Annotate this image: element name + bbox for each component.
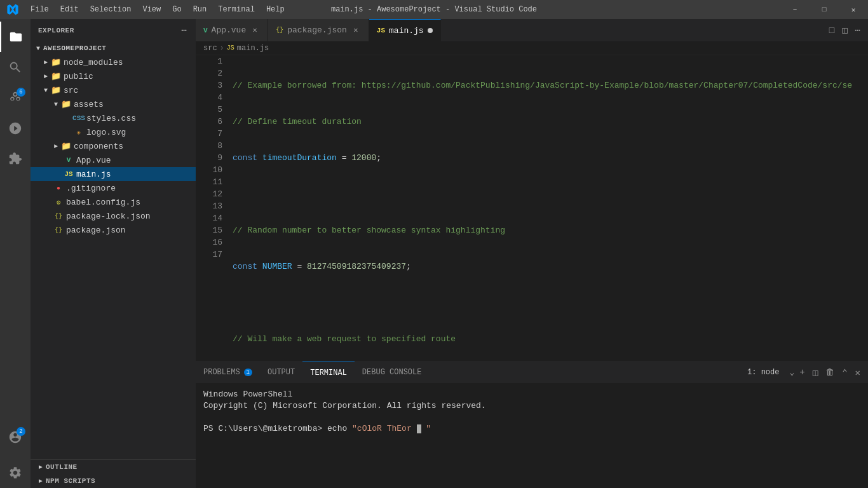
terminal-content[interactable]: Windows PowerShell Copyright (C) Microso…: [196, 384, 868, 488]
activity-bar: 6 2: [0, 19, 31, 488]
tab-debug-console[interactable]: DEBUG CONSOLE: [355, 362, 430, 384]
tree-assets[interactable]: ▼ 📁 assets: [31, 97, 196, 111]
activity-accounts[interactable]: 2: [0, 422, 31, 452]
code-line-2: // Define timeout duration: [233, 116, 863, 128]
chevron-down-icon[interactable]: ⌄: [789, 367, 794, 377]
terminal-instance-label: 1: node: [742, 368, 784, 377]
tree-public[interactable]: ► 📁 public: [31, 69, 196, 83]
tab-package-json-label: package.json: [287, 25, 347, 35]
tab-bar-actions: □ ◫ ⋯: [822, 22, 868, 38]
more-actions-icon[interactable]: ⋯: [853, 22, 863, 38]
tab-problems[interactable]: PROBLEMS 1: [196, 362, 260, 384]
sidebar-header: EXPLORER ⋯: [31, 19, 196, 41]
code-content[interactable]: // Example borrowed from: https://github…: [227, 55, 868, 361]
project-label: AWESOMEPROJECT: [43, 44, 106, 52]
breadcrumb-file[interactable]: main.js: [237, 44, 269, 53]
split-editor-icon[interactable]: ◫: [839, 22, 850, 38]
folder-icon: 📁: [51, 57, 61, 67]
activity-source-control[interactable]: 6: [0, 83, 31, 113]
tab-app-vue-label: App.vue: [212, 25, 247, 35]
folder-icon: 📁: [51, 71, 61, 81]
tree-logo-svg[interactable]: ► ✳ logo.svg: [31, 125, 196, 139]
tree-node-modules[interactable]: ► 📁 node_modules: [31, 55, 196, 69]
outline-section[interactable]: ► OUTLINE: [31, 460, 196, 474]
tree-src[interactable]: ▼ 📁 src: [31, 83, 196, 97]
outline-label: OUTLINE: [46, 463, 78, 471]
maximize-panel-icon[interactable]: ⌃: [839, 365, 850, 381]
code-line-7: [233, 297, 863, 309]
tree-styles-css[interactable]: ► CSS styles.css: [31, 111, 196, 125]
line-num-5: 5: [201, 104, 222, 116]
minimize-button[interactable]: −: [780, 0, 810, 19]
folder-icon: 📁: [51, 85, 61, 95]
explorer-title: EXPLORER: [38, 27, 74, 34]
activity-search[interactable]: [0, 52, 31, 83]
debug-console-label: DEBUG CONSOLE: [362, 368, 422, 377]
tree-components[interactable]: ► 📁 components: [31, 139, 196, 153]
code-line-5: // Random number to better showcase synt…: [233, 224, 863, 236]
terminal-prompt-line: PS C:\Users\@miketromba> echo "cOloR ThE…: [203, 423, 860, 435]
components-label: components: [74, 142, 123, 151]
activity-settings[interactable]: [0, 458, 31, 488]
tab-app-vue[interactable]: V App.vue ✕: [196, 19, 268, 41]
activity-explorer[interactable]: [0, 22, 31, 52]
menu-edit[interactable]: Edit: [55, 3, 84, 17]
tab-package-json[interactable]: {} package.json ✕: [268, 19, 369, 41]
kill-terminal-icon[interactable]: 🗑: [823, 365, 837, 380]
menu-run[interactable]: Run: [188, 3, 212, 17]
line-num-6: 6: [201, 116, 222, 128]
new-file-icon[interactable]: ⋯: [180, 24, 188, 37]
assets-label: assets: [74, 100, 104, 109]
tab-package-json-close[interactable]: ✕: [351, 25, 361, 36]
menu-go[interactable]: Go: [167, 3, 186, 17]
menu-help[interactable]: Help: [261, 3, 290, 17]
output-label: OUTPUT: [268, 368, 295, 377]
activity-run[interactable]: [0, 113, 31, 144]
tab-output[interactable]: OUTPUT: [260, 362, 302, 384]
layout-icon[interactable]: □: [827, 23, 837, 38]
tree-package-lock[interactable]: ► {} package-lock.json: [31, 209, 196, 223]
add-terminal-icon[interactable]: +: [797, 365, 807, 380]
json-tab-icon: {}: [276, 27, 283, 34]
close-button[interactable]: ✕: [839, 0, 868, 19]
project-root[interactable]: ▼ AWESOMEPROJECT: [31, 41, 196, 55]
terminal-prompt: PS C:\Users\@miketromba>: [203, 424, 322, 433]
node-modules-chevron: ►: [41, 57, 51, 67]
logo-svg-label: logo.svg: [86, 128, 126, 137]
tab-app-vue-close[interactable]: ✕: [250, 25, 260, 36]
problems-label: PROBLEMS: [203, 368, 240, 377]
npm-scripts-section[interactable]: ► NPM SCRIPTS: [31, 474, 196, 488]
terminal-line-2: Copyright (C) Microsoft Corporation. All…: [203, 400, 860, 412]
close-panel-icon[interactable]: ✕: [853, 365, 863, 381]
activity-extensions[interactable]: [0, 144, 31, 174]
split-terminal-icon[interactable]: ◫: [810, 365, 820, 381]
sidebar-bottom: ► OUTLINE ► NPM SCRIPTS: [31, 459, 196, 488]
tree-main-js[interactable]: ► JS main.js: [31, 167, 196, 181]
tree-babel-config[interactable]: ► ⚙ babel.config.js: [31, 195, 196, 209]
tab-main-js[interactable]: JS main.js: [369, 19, 441, 41]
menu-selection[interactable]: Selection: [85, 3, 137, 17]
sidebar-header-actions: ⋯: [180, 24, 188, 37]
menu-view[interactable]: View: [137, 3, 166, 17]
line-num-7: 7: [201, 128, 222, 140]
public-chevron: ►: [41, 71, 51, 81]
main-layout: 6 2 EXPLORER ⋯ ▼ AWESOMEPROJECT: [0, 19, 868, 488]
tab-main-js-label: main.js: [389, 26, 424, 36]
maximize-button[interactable]: □: [810, 0, 839, 19]
code-editor[interactable]: 1 2 3 4 5 6 7 8 9 10 11 12 13 14 15 16 1…: [196, 55, 868, 361]
tree-app-vue[interactable]: ► V App.vue: [31, 153, 196, 167]
line-num-17: 17: [201, 248, 222, 261]
line-num-3: 3: [201, 79, 222, 92]
breadcrumb-src[interactable]: src: [203, 44, 217, 53]
tree-gitignore[interactable]: ► ● .gitignore: [31, 181, 196, 195]
tree-package-json[interactable]: ► {} package.json: [31, 223, 196, 237]
tab-terminal[interactable]: TERMINAL: [302, 362, 355, 384]
terminal-cmd-suffix: ": [426, 424, 431, 433]
app-vue-label: App.vue: [76, 156, 111, 165]
menu-file[interactable]: File: [25, 3, 54, 17]
line-num-4: 4: [201, 92, 222, 104]
vue-tab-icon: V: [203, 27, 208, 34]
tab-modified-dot: [428, 28, 433, 33]
line-num-9: 9: [201, 152, 222, 164]
menu-terminal[interactable]: Terminal: [213, 3, 260, 17]
